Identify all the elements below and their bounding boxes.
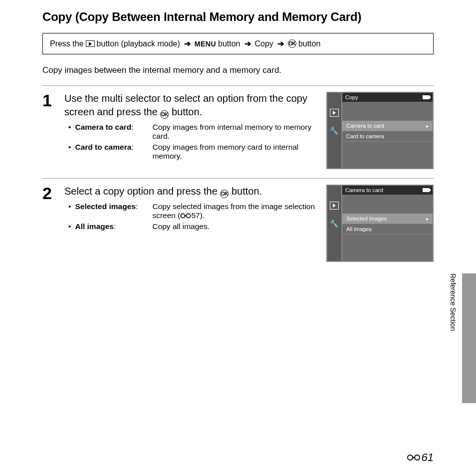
battery-icon: [423, 95, 430, 99]
screen-menu-item: All images: [342, 224, 433, 235]
option-label: Selected images: [75, 202, 135, 211]
step-number: 2: [42, 185, 54, 202]
option-label: Camera to card: [75, 123, 131, 132]
battery-icon: [423, 188, 430, 192]
screen-sidebar: 🔧: [327, 93, 341, 168]
step-title: Select a copy option and press the OK bu…: [64, 185, 316, 198]
step-title-text: button.: [229, 186, 262, 197]
link-icon: [180, 213, 191, 219]
playback-icon: [86, 40, 95, 47]
nav-text: button: [218, 39, 240, 48]
nav-text: Copy: [255, 39, 273, 48]
step-title-text: Select a copy option and press the: [64, 186, 220, 197]
step-title-text: button.: [169, 106, 202, 117]
camera-screen: 🔧 Copy Camera to card ▸ Card to camera: [326, 92, 434, 169]
screen-sidebar: 🔧: [327, 186, 341, 261]
option-desc: Copy selected images from the image sele…: [152, 202, 315, 220]
arrow-icon: ➔: [244, 39, 251, 48]
screen-item-label: Selected images: [346, 216, 387, 222]
option-desc: Copy all images.: [152, 222, 210, 231]
playback-mode-icon: [330, 202, 339, 210]
ok-icon: OK: [220, 190, 229, 198]
page-number-text: 61: [422, 451, 434, 464]
option-label: All images: [75, 222, 114, 231]
list-item: Card to camera: Copy images from memory …: [68, 143, 316, 161]
step-block: 1 Use the multi selector to select an op…: [42, 85, 434, 178]
screen-header: Copy: [342, 93, 433, 102]
page-title: Copy (Copy Between Internal Memory and M…: [42, 10, 434, 24]
option-desc: ).: [200, 211, 205, 220]
wrench-icon: 🔧: [330, 127, 339, 135]
camera-screen: 🔧 Camera to card Selected images ▸ All i…: [326, 185, 434, 262]
link-icon: [407, 454, 421, 461]
navigation-path-box: Press the button (playback mode) ➔ MENU …: [42, 33, 434, 54]
screen-header-text: Camera to card: [345, 187, 383, 193]
wrench-icon: 🔧: [330, 220, 339, 228]
option-ref: 57: [191, 211, 200, 220]
screen-menu-item: Card to camera: [342, 131, 433, 142]
svg-point-1: [187, 214, 191, 218]
section-label: Reference Section: [449, 273, 457, 331]
arrow-icon: ➔: [184, 39, 191, 48]
arrow-icon: ➔: [277, 39, 284, 48]
svg-point-0: [181, 214, 185, 218]
svg-point-3: [408, 455, 413, 460]
screen-menu-item: Camera to card ▸: [342, 121, 433, 131]
screen-menu-item: Selected images ▸: [342, 214, 433, 224]
nav-text: button (playback mode): [97, 39, 180, 48]
ok-icon: OK: [160, 110, 169, 119]
page-number: 61: [407, 451, 434, 464]
chevron-right-icon: ▸: [426, 216, 429, 222]
list-item: Selected images: Copy selected images fr…: [68, 202, 316, 220]
section-tab: [462, 273, 476, 403]
intro-text: Copy images between the internal memory …: [42, 65, 434, 75]
list-item: Camera to card: Copy images from interna…: [68, 123, 316, 141]
screen-header-text: Copy: [345, 94, 358, 100]
step-number: 1: [42, 92, 54, 109]
step-block: 2 Select a copy option and press the OK …: [42, 178, 434, 271]
ok-icon: OK: [288, 39, 296, 48]
option-desc: Copy images from memory card to internal…: [152, 143, 298, 160]
menu-label: MENU: [195, 40, 216, 48]
option-label: Card to camera: [75, 143, 131, 152]
screen-item-label: All images: [346, 226, 372, 232]
step-title: Use the multi selector to select an opti…: [64, 92, 316, 119]
list-item: All images: Copy all images.: [68, 222, 316, 231]
screen-header: Camera to card: [342, 186, 433, 195]
option-desc: Copy images from internal memory to memo…: [152, 123, 311, 140]
chevron-right-icon: ▸: [426, 123, 429, 129]
nav-text: Press the: [50, 39, 84, 48]
nav-text: button: [298, 39, 320, 48]
screen-item-label: Card to camera: [346, 133, 384, 139]
svg-point-4: [415, 455, 420, 460]
screen-item-label: Camera to card: [346, 123, 384, 129]
playback-mode-icon: [330, 109, 339, 117]
